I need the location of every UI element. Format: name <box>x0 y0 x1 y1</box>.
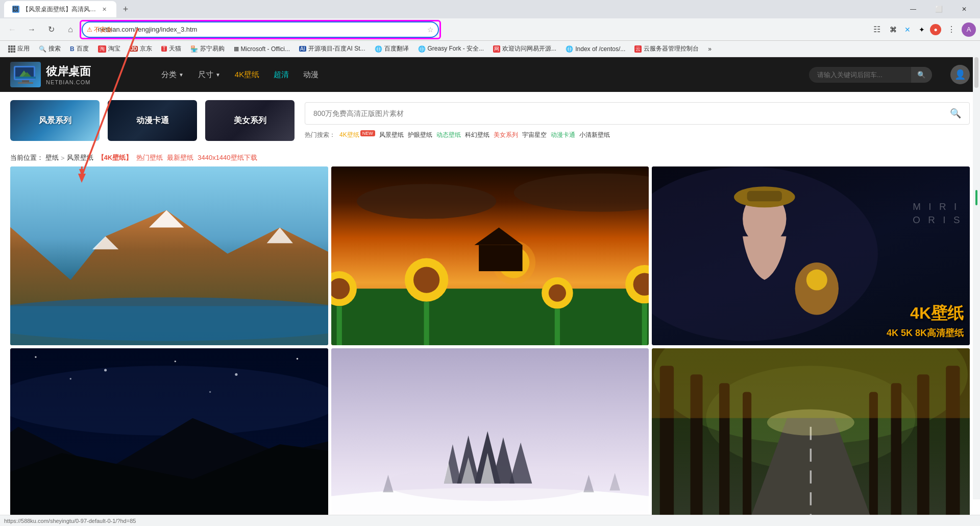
bookmark-baidu-translate[interactable]: 🌐 百度翻译 <box>371 43 413 55</box>
home-button[interactable]: ⌂ <box>62 21 79 38</box>
hot-tag-scifi[interactable]: 科幻壁纸 <box>465 131 489 139</box>
category-beauty[interactable]: 美女系列 <box>205 100 295 141</box>
category-cards: 风景系列 动漫卡通 美女系列 <box>10 100 295 141</box>
category-landscape[interactable]: 风景系列 <box>10 100 100 141</box>
ext-puzzle-icon[interactable]: ✦ <box>916 23 928 36</box>
hot-tag-4k[interactable]: 4K壁纸NEW <box>339 131 375 139</box>
logo-text: 彼岸桌面 NETBIAN.COM <box>46 64 91 85</box>
status-url: https://588ku.com/sheyingtu/0-97-default… <box>4 518 136 524</box>
breadcrumb-wallpaper[interactable]: 壁纸 <box>45 153 59 162</box>
cat-anime-label: 动漫卡通 <box>136 115 169 126</box>
grid-item-5[interactable] <box>331 348 649 526</box>
bookmark-taobao[interactable]: 淘 淘宝 <box>94 43 125 55</box>
site-logo-icon[interactable] <box>10 62 41 87</box>
forward-button[interactable]: → <box>23 21 40 38</box>
bookmark-microsoft[interactable]: ▦ Microsoft - Offici... <box>230 44 294 54</box>
svg-point-49 <box>35 356 36 358</box>
bookmark-star-icon[interactable]: ☆ <box>427 26 434 34</box>
close-button[interactable]: ✕ <box>952 1 976 17</box>
svg-text:O R I S: O R I S <box>913 214 963 225</box>
more-options-button[interactable]: ⋮ <box>943 21 960 38</box>
user-profile-button[interactable]: A <box>962 22 976 37</box>
security-indicator: ⚠ 不安全 <box>87 25 112 34</box>
grid-item-1[interactable] <box>10 166 328 345</box>
ext-grid-icon[interactable]: ⌘ <box>887 23 899 36</box>
nav-4k[interactable]: 4K壁纸 <box>229 67 265 83</box>
promo-search-input[interactable] <box>305 104 942 123</box>
bookmark-more[interactable]: » <box>704 44 716 54</box>
address-input[interactable] <box>82 21 439 38</box>
sunflower-svg <box>331 166 649 345</box>
grid-item-2[interactable] <box>331 166 649 345</box>
svg-point-53 <box>297 358 298 360</box>
browser-window: 🖼 【风景桌面壁纸】高清风景图片 ✕ + — ⬜ ✕ ← → ↻ ⌂ ⚠ 不安全… <box>0 0 980 526</box>
svg-rect-6 <box>15 77 36 79</box>
svg-rect-92 <box>652 348 970 418</box>
new-tab-button[interactable]: + <box>118 2 133 16</box>
svg-rect-2 <box>22 80 29 82</box>
breadcrumb-4k[interactable]: 【4K壁纸】 <box>97 153 133 162</box>
bookmark-translate-label: 百度翻译 <box>384 44 409 53</box>
netease-icon: 网 <box>493 45 500 53</box>
scrollbar[interactable] <box>973 55 980 499</box>
hot-tag-landscape[interactable]: 风景壁纸 <box>379 131 404 139</box>
hot-tag-beauty[interactable]: 美女系列 <box>494 131 518 139</box>
bookmark-cloud[interactable]: 云 云服务器管理控制台 <box>630 43 703 55</box>
nav-size[interactable]: 尺寸 ▼ <box>192 67 227 83</box>
hot-tag-dynamic[interactable]: 动态壁纸 <box>436 131 461 139</box>
bookmark-greasyfork[interactable]: 🌐 Greasy Fork - 安全... <box>414 43 488 55</box>
breadcrumb-landscape[interactable]: 风景壁纸 <box>67 153 93 162</box>
svg-text:M I R I: M I R I <box>913 201 960 212</box>
header-search-input[interactable] <box>809 67 911 83</box>
active-tab[interactable]: 🖼 【风景桌面壁纸】高清风景图片 ✕ <box>4 1 116 17</box>
nav-right-controls: ☷ ⌘ ✕ ✦ ● ⋮ A <box>869 21 976 38</box>
refresh-button[interactable]: ↻ <box>43 21 59 38</box>
breadcrumb-3440[interactable]: 3440x1440壁纸下载 <box>198 153 257 162</box>
site-header: 彼岸桌面 NETBIAN.COM 分类 ▼ 尺寸 ▼ 4K壁纸 超清 动漫 <box>0 57 980 92</box>
header-search: 🔍 <box>809 67 932 83</box>
translate-icon: 🌐 <box>375 45 382 53</box>
nav-hd[interactable]: 超清 <box>267 67 295 83</box>
nav-anime[interactable]: 动漫 <box>297 67 325 83</box>
bookmark-baidu[interactable]: B 百度 <box>66 43 93 55</box>
breadcrumb-prefix: 当前位置： <box>10 153 43 162</box>
hot-tag-fresh[interactable]: 小清新壁纸 <box>579 131 610 139</box>
hot-tag-eyecare[interactable]: 护眼壁纸 <box>408 131 432 139</box>
nav-category[interactable]: 分类 ▼ <box>155 67 190 83</box>
tab-close-button[interactable]: ✕ <box>100 5 108 13</box>
bookmark-jd[interactable]: JD 京东 <box>126 43 157 55</box>
svg-rect-3 <box>18 82 33 84</box>
hot-tag-space[interactable]: 宇宙星空 <box>522 131 547 139</box>
minimize-button[interactable]: — <box>901 1 925 17</box>
bookmark-tianmao[interactable]: T 天猫 <box>157 43 185 55</box>
scrollbar-thumb[interactable] <box>974 57 978 88</box>
ext-red-icon[interactable]: ● <box>930 24 941 35</box>
status-bar: https://588ku.com/sheyingtu/0-97-default… <box>0 515 980 526</box>
back-button[interactable]: ← <box>4 21 20 38</box>
breadcrumb-hot[interactable]: 热门壁纸 <box>136 153 163 162</box>
page-content: 彼岸桌面 NETBIAN.COM 分类 ▼ 尺寸 ▼ 4K壁纸 超清 动漫 <box>0 57 980 526</box>
ext-twitter-icon[interactable]: ✕ <box>901 23 914 36</box>
grid-item-6[interactable] <box>652 348 970 526</box>
bookmark-apps[interactable]: 应用 <box>4 43 34 55</box>
extensions-button[interactable]: ☷ <box>869 21 885 38</box>
tianmao-icon: T <box>161 46 166 52</box>
nav-bar: ← → ↻ ⌂ ⚠ 不安全 ☆ ☷ ⌘ ✕ ✦ ● ⋮ A <box>0 18 980 41</box>
header-search-button[interactable]: 🔍 <box>911 67 932 83</box>
bookmark-suning[interactable]: 🏪 苏宁易购 <box>186 43 229 55</box>
grid-item-3[interactable]: M I R I O R I S <box>652 166 970 345</box>
bookmark-centos[interactable]: 🌐 Index of /centos/... <box>561 44 629 54</box>
bookmark-baidu-ai[interactable]: AI 开源项目-百度AI St... <box>295 43 369 55</box>
bookmark-taobao-label: 淘宝 <box>108 44 120 53</box>
bookmark-search[interactable]: 🔍 搜索 <box>35 43 65 55</box>
user-avatar[interactable]: 👤 <box>950 65 970 84</box>
bookmark-netease[interactable]: 网 欢迎访问网易开源... <box>489 43 560 55</box>
svg-point-51 <box>175 361 176 362</box>
category-anime[interactable]: 动漫卡通 <box>108 100 197 141</box>
maximize-button[interactable]: ⬜ <box>927 1 950 17</box>
promo-search-button[interactable]: 🔍 <box>942 103 969 124</box>
hot-tag-anime[interactable]: 动漫卡通 <box>551 131 575 139</box>
grid-item-4[interactable] <box>10 348 328 526</box>
breadcrumb-latest[interactable]: 最新壁纸 <box>167 153 193 162</box>
hot-searches: 热门搜索： 4K壁纸NEW 风景壁纸 护眼壁纸 动态壁纸 科幻壁纸 美女系列 宇… <box>305 131 970 139</box>
